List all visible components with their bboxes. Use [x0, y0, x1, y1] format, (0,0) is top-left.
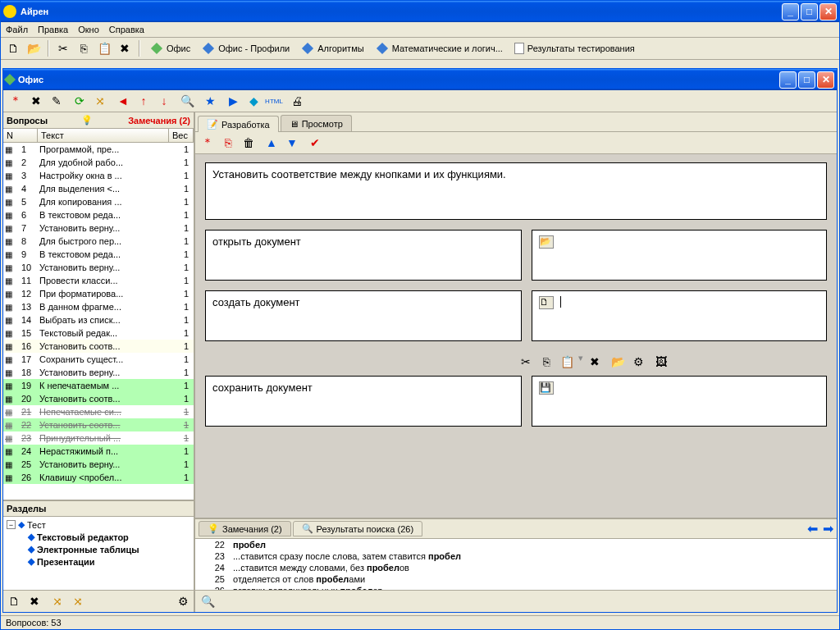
del-icon[interactable]: ✖ — [25, 592, 43, 610]
question-row[interactable]: ▦6В текстовом реда...1 — [3, 208, 194, 221]
minimize-button[interactable]: _ — [782, 3, 799, 21]
down2-icon[interactable]: ▼ — [283, 134, 301, 152]
question-row[interactable]: ▦22Установить соотв...1 — [3, 418, 194, 431]
question-row[interactable]: ▦16Установить соотв...1 — [3, 340, 194, 353]
up-icon[interactable]: ↑ — [135, 92, 153, 110]
print-icon[interactable]: 🖨 — [288, 92, 306, 110]
sections-tree[interactable]: −◆Тест ◆Текстовый редактор ◆Электронные … — [3, 517, 194, 590]
menu-edit[interactable]: Правка — [38, 25, 68, 34]
question-row[interactable]: ▦11Провести класси...1 — [3, 274, 194, 287]
doc-button[interactable]: Математические и логич... — [371, 40, 508, 57]
refresh-icon[interactable]: ⟳ — [71, 92, 89, 110]
tree-item[interactable]: ◆Презентации — [5, 555, 192, 568]
inner-minimize-button[interactable]: _ — [779, 71, 797, 89]
pair-left[interactable]: создать документ — [205, 290, 522, 341]
question-list[interactable]: ▦1Программой, пре...1▦2Для удобной рабо.… — [3, 143, 194, 500]
prev-icon[interactable]: ◄ — [114, 92, 132, 110]
tree-item[interactable]: ◆Электронные таблицы — [5, 543, 192, 555]
notes-count[interactable]: Замечания (2) — [128, 116, 190, 126]
question-row[interactable]: ▦24Нерастяжимый п...1 — [3, 445, 194, 458]
pair-left[interactable]: открыть документ — [205, 230, 522, 281]
question-row[interactable]: ▦26Клавишу <пробел...1 — [3, 471, 194, 484]
shuffle-icon[interactable]: ⤨ — [91, 92, 109, 110]
question-row[interactable]: ▦7Установить верну...1 — [3, 221, 194, 235]
doc-button[interactable]: Результаты тестирования — [509, 40, 640, 57]
results-list[interactable]: 22пробел23...ставится сразу после слова,… — [195, 539, 837, 590]
trash-icon[interactable]: 🗑 — [240, 134, 258, 152]
result-row[interactable]: 22пробел — [195, 539, 837, 550]
up2-icon[interactable]: ▲ — [262, 134, 281, 152]
question-row[interactable]: ▦1Программой, пре...1 — [3, 143, 194, 156]
tree-root[interactable]: −◆Тест — [5, 518, 192, 531]
question-row[interactable]: ▦17Сохранить сущест...1 — [3, 353, 194, 366]
paste-icon[interactable]: 📋 — [95, 39, 113, 57]
tab-preview[interactable]: 🖥Просмотр — [281, 115, 352, 131]
inner-titlebar[interactable]: Офис _ □ ✕ — [3, 69, 837, 90]
question-row[interactable]: ▦2Для удобной рабо...1 — [3, 156, 194, 169]
question-row[interactable]: ▦13В данном фрагме...1 — [3, 300, 194, 313]
mini-paste-icon[interactable]: 📋 — [558, 353, 576, 371]
mini-img-icon[interactable]: 🖼 — [652, 353, 670, 371]
search-icon[interactable]: 🔍 — [178, 92, 196, 110]
inner-close-button[interactable]: ✕ — [817, 71, 834, 89]
btab-results[interactable]: 🔍Результаты поиска (26) — [293, 521, 423, 536]
question-row[interactable]: ▦9В текстовом реда...1 — [3, 248, 194, 261]
mini-copy-icon[interactable]: ⎘ — [537, 353, 555, 371]
add-icon[interactable]: ＊ — [7, 92, 25, 110]
result-row[interactable]: 24...ставится между словами, без пробело… — [195, 562, 837, 573]
maximize-button[interactable]: □ — [801, 3, 818, 21]
btab-notes[interactable]: 💡Замечания (2) — [199, 521, 291, 536]
result-row[interactable]: 23...ставится сразу после слова, затем с… — [195, 550, 837, 562]
question-text[interactable]: Установить соответствие между кнопками и… — [205, 162, 827, 220]
question-row[interactable]: ▦15Текстовый редак...1 — [3, 326, 194, 340]
down-icon[interactable]: ↓ — [155, 92, 173, 110]
pair-right[interactable]: 💾 — [532, 376, 827, 427]
mini-cut-icon[interactable]: ✂ — [517, 353, 535, 371]
doc-button[interactable]: Офис — [145, 40, 195, 57]
mini-del-icon[interactable]: ✖ — [586, 353, 604, 371]
close-button[interactable]: ✕ — [819, 3, 837, 21]
question-row[interactable]: ▦3Настройку окна в ...1 — [3, 169, 194, 182]
delete-icon[interactable]: ✖ — [116, 39, 134, 57]
question-row[interactable]: ▦8Для быстрого пер...1 — [3, 235, 194, 248]
remove-icon[interactable]: ✖ — [27, 92, 45, 110]
question-row[interactable]: ▦23Принудительный ...1 — [3, 431, 194, 445]
html-icon[interactable]: HTML — [265, 92, 283, 110]
question-row[interactable]: ▦14Выбрать из списк...1 — [3, 313, 194, 326]
wizard-icon[interactable]: ⤨ — [48, 592, 66, 610]
star-icon[interactable]: ★ — [201, 92, 219, 110]
publish-icon[interactable]: ◆ — [244, 92, 262, 110]
wizard2-icon[interactable]: ⤨ — [69, 592, 87, 610]
mini-props-icon[interactable]: ⚙ — [629, 353, 647, 371]
question-row[interactable]: ▦20Установить соотв...1 — [3, 392, 194, 405]
question-row[interactable]: ▦18Установить верну...1 — [3, 366, 194, 379]
menu-window[interactable]: Окно — [78, 25, 99, 34]
pair-right[interactable]: 🗋 — [532, 290, 827, 341]
tree-item[interactable]: ◆Текстовый редактор — [5, 531, 192, 543]
new-doc-icon[interactable]: 🗋 — [5, 592, 23, 610]
menu-help[interactable]: Справка — [109, 25, 144, 34]
question-row[interactable]: ▦25Установить верну...1 — [3, 458, 194, 471]
main-titlebar[interactable]: Айрен _ □ ✕ — [1, 1, 839, 22]
dup-answer-icon[interactable]: ⎘ — [219, 134, 237, 152]
mini-open-icon[interactable]: 📂 — [609, 353, 627, 371]
edit-icon[interactable]: ✎ — [48, 92, 66, 110]
copy-icon[interactable]: ⎘ — [75, 39, 93, 57]
pair-right[interactable]: 📂 — [532, 230, 827, 281]
question-row[interactable]: ▦10Установить верну...1 — [3, 261, 194, 274]
nav-next-icon[interactable]: ➡ — [823, 521, 833, 536]
add-answer-icon[interactable]: ＊ — [199, 134, 217, 152]
doc-button[interactable]: Алгоритмы — [296, 40, 368, 57]
check-icon[interactable]: ✔ — [306, 134, 324, 152]
bsearch-icon[interactable]: 🔍 — [199, 592, 217, 610]
doc-button[interactable]: Офис - Профили — [197, 40, 294, 57]
question-row[interactable]: ▦21Непечатаемые си...1 — [3, 405, 194, 418]
question-row[interactable]: ▦5Для копирования ...1 — [3, 195, 194, 208]
pair-left[interactable]: сохранить документ — [205, 376, 522, 427]
question-row[interactable]: ▦12При форматирова...1 — [3, 287, 194, 300]
settings-icon[interactable]: ⚙ — [174, 592, 192, 610]
menu-file[interactable]: Файл — [6, 25, 28, 34]
question-row[interactable]: ▦4Для выделения <...1 — [3, 182, 194, 195]
new-icon[interactable]: 🗋 — [4, 39, 22, 57]
play-icon[interactable]: ▶ — [224, 92, 242, 110]
